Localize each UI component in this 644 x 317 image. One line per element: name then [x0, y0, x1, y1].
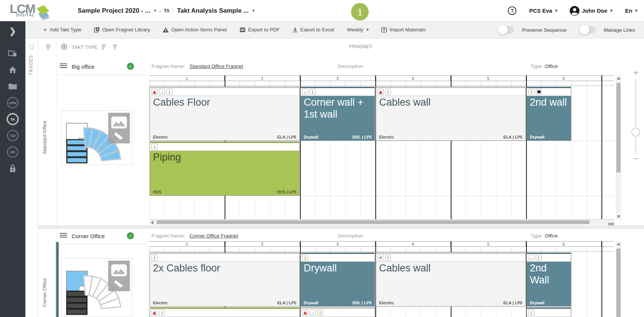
sidebar-item-opa[interactable]: OPA	[0, 94, 25, 111]
task-card[interactable]: → 1 Cables Floor Electric ELA | LP5	[150, 87, 300, 141]
sidebar-item-ta[interactable]: TA	[0, 111, 25, 127]
crew-count-icon[interactable]: 1	[310, 89, 316, 95]
breadcrumb-view-title[interactable]: Takt Analysis Sample ...	[177, 7, 248, 15]
scroll-down-arrow-icon[interactable]	[617, 215, 620, 218]
vertical-scrollbar-thumb[interactable]	[616, 249, 620, 317]
sort-icon[interactable]	[101, 45, 106, 50]
warning-icon[interactable]	[378, 89, 384, 95]
scroll-left-arrow-icon[interactable]	[151, 221, 153, 224]
crew-count-icon[interactable]: 1	[528, 310, 534, 316]
task-card[interactable]: 1 2nd wall Drywall	[526, 87, 571, 141]
task-card[interactable]: 1 Piping HVS HVS | LP5	[150, 142, 300, 196]
crew-count-icon[interactable]: 1	[536, 255, 542, 261]
opa-badge-icon: OPA	[7, 97, 18, 108]
fragnet-name-link[interactable]: Standard Office Fragnet	[190, 63, 243, 69]
warning-icon[interactable]	[151, 310, 157, 316]
crew-count-icon[interactable]: 1	[385, 89, 391, 95]
caret-down-icon[interactable]: ▾	[154, 8, 156, 13]
sidebar-item-projects[interactable]	[0, 45, 25, 62]
crew-count-icon[interactable]: 1	[166, 89, 172, 95]
resize-handle-icon[interactable]	[608, 223, 614, 226]
crew-count-icon[interactable]: 1	[159, 310, 165, 316]
export-pdf-button[interactable]: Export to PDF	[240, 27, 280, 32]
week-header-row: 1 2 3 4 5 6	[149, 241, 614, 247]
app-logo[interactable]: LCM DIGITAL	[10, 2, 52, 21]
breadcrumb-project[interactable]: Sample Project 2020 - ...	[78, 7, 150, 15]
task-card[interactable]: 1 Cables wall Electric ELA | LP5	[376, 87, 526, 141]
sidebar-item-folder[interactable]	[0, 78, 25, 94]
workspace-menu[interactable]: PCS Eva ▾	[529, 7, 557, 14]
fragnet-name-link[interactable]: Corner Office Fragnet	[190, 233, 238, 239]
drag-handle-icon[interactable]	[60, 63, 67, 69]
takt-type-radio-icon[interactable]	[61, 44, 67, 50]
open-action-items-button[interactable]: Open Action Items Panel	[163, 27, 227, 32]
open-fragnet-library-button[interactable]: Open Fragnet Library	[94, 27, 150, 32]
import-materials-button[interactable]: Import Materials	[381, 27, 426, 32]
drag-handle-icon[interactable]	[60, 233, 67, 238]
annotation-badge: 1	[351, 3, 369, 21]
vertical-scrollbar-thumb[interactable]	[616, 83, 620, 173]
vertical-scrollbar[interactable]	[616, 75, 621, 220]
warning-icon[interactable]	[302, 310, 308, 316]
scroll-up-arrow-icon[interactable]	[617, 77, 620, 80]
week-separator	[601, 75, 602, 219]
card-badge-strip: 1	[150, 308, 299, 317]
crew-count-icon[interactable]: 1	[317, 310, 323, 316]
filter-icon[interactable]	[46, 45, 51, 50]
horizontal-scrollbar-thumb[interactable]	[157, 220, 590, 224]
user-menu[interactable]: John Doe ▾	[570, 6, 612, 16]
row-divider	[37, 226, 644, 229]
task-card[interactable]: 1	[526, 307, 571, 317]
preserve-sequence-toggle[interactable]	[500, 26, 514, 34]
arrow-left-icon[interactable]: ←	[528, 255, 534, 261]
takt-type-name[interactable]: Corner Office	[72, 233, 105, 239]
arrow-right-icon[interactable]: →	[310, 310, 316, 316]
zoom-slider-track[interactable]	[635, 137, 636, 154]
language-menu[interactable]: En ▾	[625, 7, 637, 14]
zoom-slider-handle[interactable]	[631, 128, 640, 137]
sidebar-expand-button[interactable]: ❯	[9, 27, 16, 36]
help-icon[interactable]: ?	[508, 6, 516, 15]
arrow-right-icon[interactable]: →	[159, 89, 165, 95]
zoom-in-button[interactable]: +	[629, 68, 643, 78]
sidebar-item-tzi[interactable]: TZI	[0, 127, 25, 144]
warning-icon[interactable]	[151, 89, 157, 95]
interval-dropdown[interactable]: Weekly ▾	[347, 27, 369, 32]
scroll-up-arrow-icon[interactable]	[617, 243, 620, 245]
task-code: DDL | LP5	[352, 301, 372, 305]
horizontal-scrollbar[interactable]	[149, 220, 614, 225]
crew-count-icon[interactable]: 1	[528, 89, 534, 95]
vertical-scrollbar[interactable]	[616, 241, 621, 317]
task-card[interactable]: 1 2x Cables floor Electric ELA | LP5	[150, 252, 300, 307]
sidebar-item-lock[interactable]	[0, 160, 25, 177]
zoom-slider-track[interactable]	[635, 79, 636, 128]
caret-down-icon[interactable]: ▾	[252, 8, 254, 13]
task-card[interactable]: ← 1 2nd Wall Drywall	[526, 252, 571, 307]
toggle-knob[interactable]	[498, 25, 508, 35]
task-title: 2nd wall	[530, 97, 568, 109]
comment-icon[interactable]	[536, 89, 542, 95]
crew-count-icon[interactable]: 1	[151, 144, 157, 150]
task-card[interactable]: ← 1 Corner wall + 1st wall Drywall DDL |…	[300, 87, 375, 141]
export-excel-button[interactable]: Export to Excel	[293, 27, 334, 32]
add-takt-type-button[interactable]: + Add Takt Type	[43, 26, 81, 34]
zoom-out-button[interactable]: −	[629, 154, 643, 164]
sidebar-item-home[interactable]	[0, 62, 25, 78]
arrow-left-icon[interactable]: ←	[302, 89, 308, 95]
crew-count-icon[interactable]: 1	[302, 255, 308, 261]
manage-links-toggle[interactable]	[581, 26, 595, 34]
toggle-knob[interactable]	[580, 25, 590, 35]
takt-type-name[interactable]: Big office	[72, 63, 94, 70]
task-card[interactable]: → 1	[300, 307, 375, 317]
crew-count-icon[interactable]: 1	[151, 255, 157, 261]
floor-plan-thumbnail[interactable]	[61, 258, 132, 317]
task-card[interactable]: ⇄ 1 Cables wall Electric ELA | LP5	[376, 252, 526, 307]
crew-count-icon[interactable]: 1	[385, 255, 391, 261]
task-card[interactable]: 1 Drywall Drywall DDL | LP5	[300, 252, 375, 307]
filter-icon[interactable]	[113, 45, 117, 50]
task-card[interactable]: 1	[150, 307, 300, 317]
sidebar-item-pp[interactable]: PP	[0, 144, 25, 160]
swap-icon[interactable]: ⇄	[378, 255, 384, 261]
trades-panel-collapsed[interactable]: TRADES	[25, 38, 38, 317]
floor-plan-thumbnail[interactable]	[61, 111, 132, 165]
